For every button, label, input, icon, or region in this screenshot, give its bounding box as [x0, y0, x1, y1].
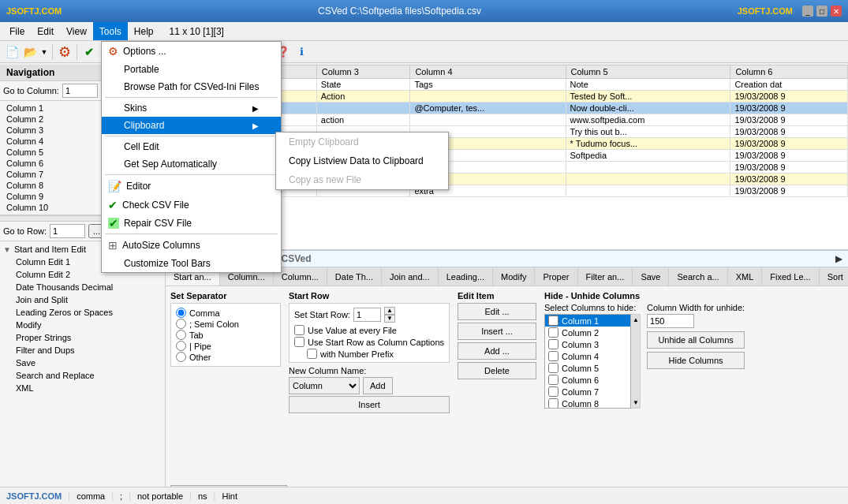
col-header-3[interactable]: Column 3: [316, 65, 410, 79]
insert-col-button[interactable]: Insert: [289, 396, 450, 413]
tree-item-filter[interactable]: Filter and Dups: [0, 344, 165, 357]
hide-col-1[interactable]: Column 1: [545, 315, 630, 327]
tools-menu-skins[interactable]: Skins▶: [102, 99, 281, 117]
menu-view[interactable]: View: [60, 22, 93, 40]
width-input[interactable]: [647, 314, 694, 328]
hide-col-listbox[interactable]: Column 1 Column 2 Column 3 Column 4 Colu…: [544, 314, 631, 409]
hide-col-8-check[interactable]: [548, 398, 558, 409]
radio-other[interactable]: Other: [176, 352, 275, 362]
hide-col-6[interactable]: Column 6: [545, 374, 630, 386]
open-button[interactable]: 📂: [21, 43, 39, 61]
new-col-select[interactable]: Column: [289, 377, 360, 394]
tools-menu-cell-edit[interactable]: Cell Edit: [102, 138, 281, 155]
col-header-4[interactable]: Column 4: [410, 65, 566, 79]
tab-fixed[interactable]: Fixed Le...: [762, 267, 819, 286]
radio-pipe-input[interactable]: [176, 341, 186, 351]
close-button[interactable]: ✕: [831, 6, 842, 17]
tree-item-modify[interactable]: Modify: [0, 319, 165, 331]
radio-pipe[interactable]: | Pipe: [176, 341, 275, 351]
hide-col-5-check[interactable]: [548, 363, 558, 373]
hide-col-3-check[interactable]: [548, 339, 558, 349]
hide-col-4-check[interactable]: [548, 351, 558, 361]
goto-row-input[interactable]: [50, 224, 85, 238]
col-header-6[interactable]: Column 6: [730, 65, 848, 79]
new-button[interactable]: 📄: [3, 43, 21, 61]
use-value-input[interactable]: [294, 325, 304, 335]
menu-size[interactable]: 11 x 10 [1][3]: [163, 22, 230, 40]
tab-xml[interactable]: XML: [728, 267, 763, 286]
listbox-scroll-down[interactable]: ▼: [631, 398, 640, 408]
col-header-5[interactable]: Column 5: [566, 65, 730, 79]
use-start-check[interactable]: Use Start Row as Column Captions: [294, 337, 444, 347]
tools-menu-options[interactable]: ⚙ Options ...: [102, 42, 281, 61]
version-scrollbtn[interactable]: ▶: [835, 254, 842, 264]
menu-help[interactable]: Help: [128, 22, 160, 40]
radio-tab-input[interactable]: [176, 330, 186, 340]
tab-proper[interactable]: Proper: [535, 267, 577, 286]
start-row-down[interactable]: ▼: [384, 315, 395, 323]
hide-cols-button[interactable]: Hide Columns: [647, 352, 745, 369]
tools-menu-get-sep[interactable]: Get Sep Automatically: [102, 155, 281, 173]
clipboard-copy-listview[interactable]: Copy Listview Data to Clipboard: [276, 151, 448, 170]
tab-search[interactable]: Search a...: [669, 267, 727, 286]
tools-menu-browse[interactable]: Browse Path for CSVed-Ini Files: [102, 78, 281, 95]
add-item-button[interactable]: Add ...: [458, 342, 536, 360]
menu-edit[interactable]: Edit: [31, 22, 60, 40]
radio-semi-input[interactable]: [176, 319, 186, 329]
with-num-check[interactable]: with Number Prefix: [307, 349, 444, 359]
tree-item-leading[interactable]: Leading Zeros or Spaces: [0, 306, 165, 319]
tools-menu-editor[interactable]: 📝 Editor: [102, 177, 281, 196]
tools-menu-portable[interactable]: Portable: [102, 61, 281, 78]
start-row-up[interactable]: ▲: [384, 307, 395, 315]
add-col-button[interactable]: Add: [363, 377, 393, 394]
tools-menu-autosize[interactable]: ⊞ AutoSize Columns: [102, 236, 281, 255]
hide-col-7-check[interactable]: [548, 386, 558, 397]
hide-col-1-check[interactable]: [548, 315, 558, 326]
insert-item-button[interactable]: Insert ...: [458, 323, 536, 340]
unhide-all-button[interactable]: Unhide all Columns: [647, 331, 745, 349]
tree-item-xml[interactable]: XML: [0, 382, 165, 394]
use-value-check[interactable]: Use Value at every File: [294, 325, 444, 335]
tab-leading[interactable]: Leading...: [439, 267, 493, 286]
delete-item-button[interactable]: Delete: [458, 362, 536, 379]
open-dropdown-button[interactable]: ▼: [39, 43, 49, 61]
tab-filter[interactable]: Filter an...: [578, 267, 633, 286]
listbox-scroll-up[interactable]: ▲: [631, 315, 640, 325]
info-button[interactable]: ℹ: [293, 43, 310, 61]
radio-tab[interactable]: Tab: [176, 330, 275, 340]
tools-menu-customize[interactable]: Customize Tool Bars: [102, 255, 281, 272]
tree-item-join[interactable]: Join and Split: [0, 293, 165, 306]
check-green-button[interactable]: ✔: [80, 43, 98, 61]
hide-col-5[interactable]: Column 5: [545, 362, 630, 374]
radio-comma[interactable]: Comma: [176, 308, 275, 318]
tools-menu-check-csv[interactable]: ✔ Check CSV File: [102, 196, 281, 215]
options-button[interactable]: ⚙: [56, 43, 73, 61]
tree-item-proper[interactable]: Proper Strings: [0, 331, 165, 344]
menu-file[interactable]: File: [3, 22, 31, 40]
tab-sort[interactable]: Sort: [820, 267, 848, 286]
hide-col-2[interactable]: Column 2: [545, 327, 630, 338]
tab-modify[interactable]: Modify: [493, 267, 535, 286]
hide-col-2-check[interactable]: [548, 327, 558, 338]
clipboard-empty[interactable]: Empty Clipboard: [276, 133, 448, 151]
minimize-button[interactable]: _: [802, 6, 813, 17]
start-row-input[interactable]: [353, 308, 381, 322]
maximize-button[interactable]: □: [816, 6, 827, 17]
goto-col-input[interactable]: [62, 84, 98, 98]
hide-col-7[interactable]: Column 7: [545, 386, 630, 398]
radio-semi[interactable]: ; Semi Colon: [176, 319, 275, 329]
tree-item-date[interactable]: Date Thousands Decimal: [0, 281, 165, 293]
hide-col-8[interactable]: Column 8: [545, 398, 630, 409]
radio-comma-input[interactable]: [176, 308, 186, 318]
tab-date[interactable]: Date Th...: [327, 267, 382, 286]
hide-col-6-check[interactable]: [548, 375, 558, 385]
tree-item-search[interactable]: Search and Replace: [0, 369, 165, 382]
radio-other-input[interactable]: [176, 352, 186, 362]
hide-col-4[interactable]: Column 4: [545, 350, 630, 362]
edit-button[interactable]: Edit ...: [458, 303, 536, 320]
tab-save[interactable]: Save: [633, 267, 669, 286]
tools-menu-clipboard[interactable]: Clipboard▶: [102, 117, 281, 134]
menu-tools[interactable]: Tools: [93, 22, 128, 40]
use-start-input[interactable]: [294, 337, 304, 347]
hide-col-3[interactable]: Column 3: [545, 338, 630, 350]
